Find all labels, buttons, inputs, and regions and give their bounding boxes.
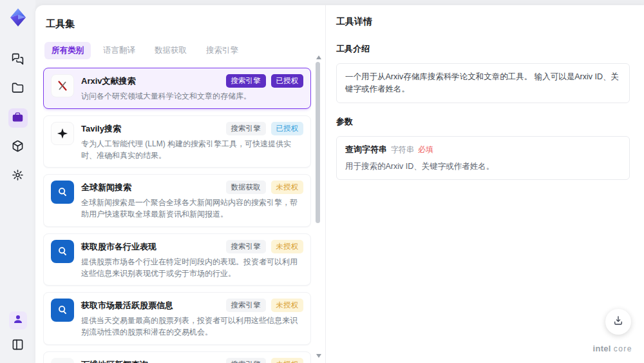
tool-card-global-news[interactable]: 全球新闻搜索 数据获取 未授权 全球新闻搜索是一个聚合全球各大新闻网站内容的搜索… — [43, 174, 311, 227]
app-sidebar — [0, 0, 35, 363]
chat-icon — [12, 53, 24, 68]
status-badge: 未授权 — [271, 240, 304, 253]
status-badge: 未授权 — [271, 358, 304, 363]
tool-card-most-active-stocks[interactable]: 获取市场最活跃股票信息 搜索引擎 未授权 提供当天交易量最高的股票列表，投资者可… — [43, 292, 311, 345]
intro-box: 一个用于从Arxiv存储库搜索科学论文和文章的工具。 输入可以是Arxiv ID… — [336, 63, 630, 103]
tool-card-arxiv[interactable]: Arxiv文献搜索 搜索引擎 已授权 访问各个研究领域大量科学论文和文章的存储库… — [43, 68, 311, 109]
panel-layout-icon — [12, 338, 24, 353]
intro-text: 一个用于从Arxiv存储库搜索科学论文和文章的工具。 输入可以是Arxiv ID… — [345, 71, 621, 95]
sidebar-item-chat[interactable] — [8, 50, 28, 70]
tool-name: 全球新闻搜索 — [81, 181, 131, 194]
category-badge: 搜索引擎 — [226, 240, 266, 253]
status-badge: 已授权 — [271, 122, 304, 135]
status-badge: 已授权 — [271, 74, 304, 88]
search-app-icon — [51, 240, 74, 263]
arxiv-logo-icon — [51, 74, 74, 97]
search-app-icon — [51, 299, 74, 322]
intel-core-logo: intel core — [593, 344, 633, 353]
briefcase-icon — [12, 111, 24, 126]
core-logo-text: core — [614, 344, 632, 353]
tool-list-pane: 工具集 所有类别 语言翻译 数据获取 搜索引擎 Arxiv文献搜索 — [35, 5, 325, 363]
sidebar-item-packages[interactable] — [8, 137, 28, 157]
status-badge: 未授权 — [271, 299, 304, 312]
category-badge: 搜索引擎 — [226, 74, 266, 88]
category-badge: 搜索引擎 — [226, 122, 266, 135]
param-required-flag: 必填 — [418, 144, 433, 155]
category-tabs: 所有类别 语言翻译 数据获取 搜索引擎 — [44, 42, 311, 59]
tool-name: 万维地区新闻查询 — [81, 358, 148, 363]
tool-list: Arxiv文献搜索 搜索引擎 已授权 访问各个研究领域大量科学论文和文章的存储库… — [43, 68, 311, 363]
tool-description: 全球新闻搜索是一个聚合全球各大新闻网站内容的搜索引擎，帮助用户快速获取全球最新资… — [81, 197, 303, 221]
sidebar-item-tools[interactable] — [8, 108, 28, 128]
cube-icon — [12, 140, 24, 155]
params-heading: 参数 — [336, 116, 630, 128]
tab-language-translation[interactable]: 语言翻译 — [96, 42, 142, 59]
intel-logo-text: intel — [593, 344, 611, 353]
scroll-down-arrow-icon[interactable] — [316, 354, 321, 358]
param-type: 字符串 — [391, 144, 414, 155]
param-name: 查询字符串 — [345, 144, 387, 155]
tool-description: 提供股票市场各个行业在特定时间段内的表现。投资者可以利用这些信息来识别表现优于或… — [81, 257, 303, 280]
sparkle-icon — [51, 122, 74, 145]
tab-all-categories[interactable]: 所有类别 — [44, 42, 91, 59]
category-badge: 数据获取 — [226, 181, 266, 194]
download-button[interactable] — [605, 309, 631, 335]
tab-data-fetch[interactable]: 数据获取 — [147, 42, 194, 59]
tool-details-pane: 工具详情 工具介绍 一个用于从Arxiv存储库搜索科学论文和文章的工具。 输入可… — [325, 5, 644, 363]
scrollbar-thumb[interactable] — [316, 62, 320, 223]
param-box: 查询字符串 字符串 必填 用于搜索的Arxiv ID、关键字或作者姓名。 — [336, 136, 630, 180]
tool-name: Arxiv文献搜索 — [81, 74, 136, 88]
tool-description: 提供当天交易量最高的股票列表，投资者可以利用这些信息来识别流动性强的股票和潜在的… — [81, 315, 303, 338]
app-logo — [7, 6, 29, 28]
tool-description: 专为人工智能代理 (LLM) 构建的搜索引擎工具，可快速提供实时、准确和真实的结… — [81, 139, 303, 162]
tool-card-sector-performance[interactable]: 获取股市各行业表现 搜索引擎 未授权 提供股票市场各个行业在特定时间段内的表现。… — [43, 233, 311, 286]
details-title: 工具详情 — [336, 16, 630, 28]
folder-icon — [12, 82, 24, 97]
status-badge: 未授权 — [271, 181, 304, 194]
tool-card-tavily[interactable]: Tavily搜索 搜索引擎 已授权 专为人工智能代理 (LLM) 构建的搜索引擎… — [43, 115, 311, 168]
search-app-icon — [51, 181, 74, 204]
param-description: 用于搜索的Arxiv ID、关键字或作者姓名。 — [345, 161, 621, 172]
category-badge: 搜索引擎 — [226, 299, 266, 312]
sidebar-item-settings[interactable] — [8, 166, 28, 186]
download-icon — [612, 315, 624, 329]
tool-name: Tavily搜索 — [81, 122, 121, 135]
tool-name: 获取市场最活跃股票信息 — [81, 299, 173, 312]
user-avatar[interactable] — [9, 311, 27, 329]
user-icon — [12, 313, 24, 328]
page-title: 工具集 — [46, 18, 311, 30]
sidebar-item-files[interactable] — [8, 79, 28, 99]
tool-name: 获取股市各行业表现 — [81, 240, 156, 253]
intro-heading: 工具介绍 — [336, 43, 630, 55]
main-panel: 工具集 所有类别 语言翻译 数据获取 搜索引擎 Arxiv文献搜索 — [35, 5, 644, 363]
newspaper-icon — [51, 358, 74, 363]
category-badge: 搜索引擎 — [226, 358, 266, 363]
tab-search-engine[interactable]: 搜索引擎 — [199, 42, 245, 59]
toggle-panel-button[interactable] — [8, 336, 28, 355]
gear-icon — [12, 169, 24, 184]
tool-description: 访问各个研究领域大量科学论文和文章的存储库。 — [81, 91, 303, 103]
list-scrollbar[interactable] — [316, 55, 320, 358]
scroll-up-arrow-icon[interactable] — [316, 55, 321, 59]
tool-card-regional-news[interactable]: 万维地区新闻查询 搜索引擎 未授权 查询具体行政区划内的新闻，快速了解各地新闻动 — [43, 351, 311, 363]
